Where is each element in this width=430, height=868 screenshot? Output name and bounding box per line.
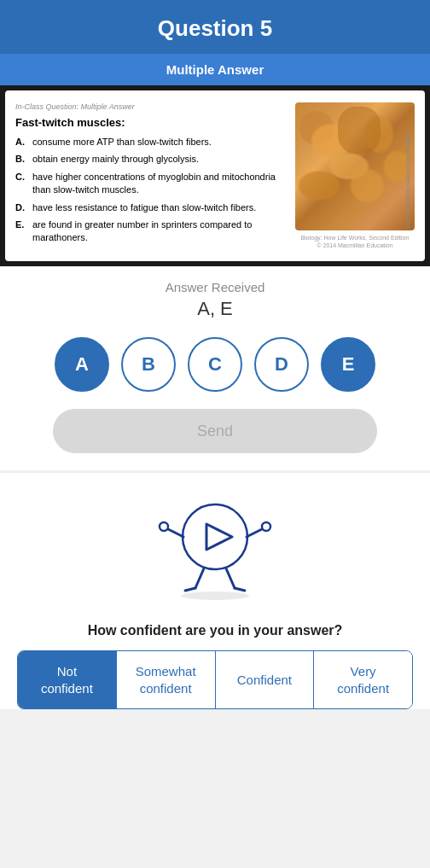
slide-card: In-Class Question: Multiple Answer Fast-… (5, 90, 425, 261)
slide-container: In-Class Question: Multiple Answer Fast-… (0, 85, 430, 266)
svg-line-4 (247, 528, 264, 537)
slide-item-d: D. have less resistance to fatigue than … (15, 201, 287, 214)
slide-item-d-letter: D. (15, 201, 27, 214)
svg-line-8 (226, 568, 235, 588)
slide-item-a-text: consume more ATP than slow-twitch fibers… (32, 136, 212, 149)
slide-item-b-letter: B. (15, 153, 27, 166)
question-type-label: Multiple Answer (166, 62, 264, 77)
slide-image: Biophoto Associates/Science Source (295, 102, 415, 230)
svg-point-5 (262, 522, 270, 531)
slide-item-b-text: obtain energy mainly through glycolysis. (32, 153, 199, 166)
answer-button-a[interactable]: A (55, 337, 109, 392)
slide-item-b: B. obtain energy mainly through glycolys… (15, 153, 287, 166)
slide-label: In-Class Question: Multiple Answer (15, 102, 287, 111)
mascot-section (0, 472, 430, 609)
confidence-very-button[interactable]: Veryconfident (314, 651, 412, 708)
slide-credit: Biology: How Life Works, Second Edition©… (301, 234, 410, 249)
slide-text-area: In-Class Question: Multiple Answer Fast-… (15, 102, 287, 249)
slide-item-a: A. consume more ATP than slow-twitch fib… (15, 136, 287, 149)
answer-button-c[interactable]: C (188, 337, 242, 392)
slide-item-e-letter: E. (15, 218, 27, 245)
answer-button-d[interactable]: D (254, 337, 309, 392)
answer-button-e[interactable]: E (321, 337, 375, 392)
confidence-confident-button[interactable]: Confident (216, 651, 315, 708)
slide-item-c-text: have higher concentrations of myoglobin … (32, 171, 287, 197)
answer-value: A, E (17, 298, 413, 320)
slide-item-a-letter: A. (15, 136, 27, 149)
answer-section: Answer Received A, E A B C D E Send (0, 266, 430, 470)
answer-received-label: Answer Received (17, 280, 413, 294)
question-title: Question 5 (0, 15, 430, 42)
answer-button-b[interactable]: B (121, 337, 176, 392)
confidence-buttons-row: Notconfident Somewhatconfident Confident… (17, 650, 413, 709)
slide-item-e-text: are found in greater number in sprinters… (32, 218, 287, 245)
question-type-bar: Multiple Answer (0, 54, 430, 85)
svg-line-7 (185, 588, 195, 591)
confidence-not-button[interactable]: Notconfident (18, 651, 117, 708)
answer-buttons-row: A B C D E (17, 337, 413, 392)
slide-item-c: C. have higher concentrations of myoglob… (15, 171, 287, 197)
send-button[interactable]: Send (53, 409, 377, 453)
svg-line-9 (235, 588, 245, 591)
svg-point-3 (160, 522, 168, 531)
slide-item-e: E. are found in greater number in sprint… (15, 218, 287, 245)
slide-title: Fast-twitch muscles: (15, 116, 287, 129)
svg-line-6 (195, 568, 204, 588)
confidence-somewhat-button[interactable]: Somewhatconfident (117, 651, 216, 708)
confidence-section: How confident are you in your answer? No… (0, 609, 430, 709)
slide-title-bold: Fast-twitch (15, 116, 74, 129)
slide-item-d-text: have less resistance to fatigue than slo… (32, 201, 256, 214)
confidence-question: How confident are you in your answer? (17, 623, 413, 638)
slide-item-c-letter: C. (15, 171, 27, 197)
svg-point-0 (183, 504, 247, 569)
question-header: Question 5 (0, 0, 430, 54)
svg-line-2 (166, 528, 183, 537)
slide-source: Biophoto Associates/Science Source (405, 131, 411, 229)
slide-title-rest: muscles: (74, 116, 125, 129)
svg-point-10 (181, 591, 249, 600)
mascot-icon (151, 490, 279, 601)
